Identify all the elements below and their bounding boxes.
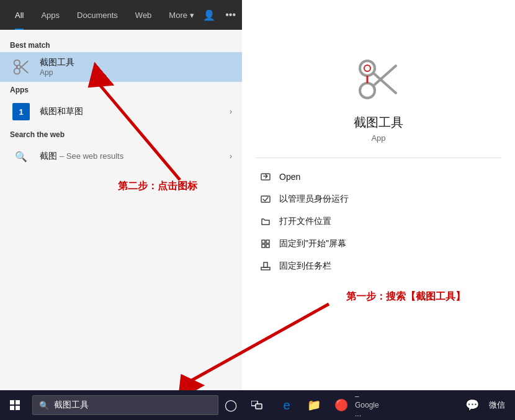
cortana-button[interactable]: ◯ — [218, 390, 243, 420]
taskbar: 🔍 截图工具 ◯ e 📁 🔴 – Google ... 💬 微信 — [0, 390, 515, 420]
web-search-item[interactable]: 🔍 截图 – See web results › — [0, 141, 242, 171]
tab-apps[interactable]: Apps — [32, 0, 68, 30]
app-large-icon — [354, 55, 403, 104]
action-open-label: Open — [279, 172, 300, 182]
apps-item-icon: 1 — [10, 101, 32, 123]
svg-rect-25 — [10, 406, 14, 410]
search-tabs: All Apps Documents Web More ▾ 👤 ••• — [0, 0, 242, 30]
action-pin-start[interactable]: 固定到"开始"屏幕 — [252, 233, 505, 255]
best-match-subtitle: App — [40, 68, 232, 77]
chrome-label: – Google ... — [355, 390, 382, 420]
svg-point-4 — [14, 68, 20, 74]
best-match-info: 截图工具 App — [40, 57, 232, 77]
svg-rect-26 — [16, 406, 20, 410]
svg-rect-19 — [262, 244, 265, 248]
web-search-arrow: › — [230, 152, 232, 161]
taskbar-app-icons: e 📁 🔴 – Google ... — [273, 390, 382, 420]
tab-web[interactable]: Web — [127, 0, 161, 30]
action-pin-start-label: 固定到"开始"屏幕 — [279, 238, 346, 249]
svg-rect-16 — [261, 196, 270, 202]
tab-more[interactable]: More ▾ — [160, 0, 202, 30]
svg-rect-22 — [264, 262, 267, 267]
taskbar-right: 💬 微信 — [460, 390, 515, 420]
taskbar-search-icon: 🔍 — [39, 401, 49, 410]
tab-all[interactable]: All — [6, 0, 32, 30]
apps-item-info: 截图和草图 — [40, 106, 230, 117]
svg-line-7 — [19, 65, 27, 73]
action-list: Open 以管理员身份运行 — [242, 166, 515, 277]
explorer-icon[interactable]: 📁 — [300, 390, 328, 420]
action-run-admin-label: 以管理员身份运行 — [279, 194, 349, 205]
web-search-title: 截图 – See web results — [40, 151, 230, 162]
web-header: Search the web — [0, 127, 242, 141]
app-detail-title: 截图工具 — [354, 114, 403, 131]
action-pin-taskbar[interactable]: 固定到任务栏 — [252, 255, 505, 277]
edge-icon[interactable]: e — [273, 390, 300, 420]
action-pin-taskbar-label: 固定到任务栏 — [279, 261, 331, 272]
svg-point-5 — [14, 60, 20, 66]
run-admin-icon — [259, 193, 272, 205]
file-location-icon — [259, 215, 272, 228]
action-file-location-label: 打开文件位置 — [279, 216, 331, 227]
magnify-icon: 🔍 — [15, 151, 27, 163]
svg-rect-17 — [262, 240, 265, 243]
svg-rect-28 — [256, 404, 262, 409]
app-detail-panel: 截图工具 App Open — [242, 30, 515, 390]
apps-header: Apps — [0, 82, 242, 97]
app-detail-type: App — [371, 133, 385, 143]
user-icon[interactable]: 👤 — [203, 9, 215, 21]
search-right-panel: 截图工具 App Open — [242, 0, 515, 390]
apps-item-jietucaotu[interactable]: 1 截图和草图 › — [0, 97, 242, 127]
search-results-list: Best match 截图工具 App — [0, 30, 242, 390]
svg-rect-24 — [16, 400, 20, 404]
tab-documents[interactable]: Documents — [68, 0, 127, 30]
web-search-info: 截图 – See web results — [40, 151, 230, 162]
action-open[interactable]: Open — [252, 166, 505, 188]
search-left-panel: All Apps Documents Web More ▾ 👤 ••• Best… — [0, 0, 242, 390]
open-icon — [259, 171, 272, 183]
wechat-icon[interactable]: 💬 — [460, 390, 484, 420]
apps-item-title: 截图和草图 — [40, 106, 230, 117]
action-run-admin[interactable]: 以管理员身份运行 — [252, 188, 505, 210]
wechat-label: 微信 — [484, 390, 510, 420]
web-search-icon-container: 🔍 — [10, 145, 32, 168]
svg-rect-23 — [10, 400, 14, 404]
best-match-icon — [10, 56, 32, 78]
svg-point-14 — [364, 65, 370, 71]
more-options-icon[interactable]: ••• — [225, 9, 236, 20]
pin-start-icon — [259, 238, 272, 250]
svg-rect-18 — [266, 240, 269, 243]
start-button[interactable] — [0, 390, 30, 420]
action-file-location[interactable]: 打开文件位置 — [252, 210, 505, 233]
panel-divider — [256, 158, 501, 158]
task-view-button[interactable] — [243, 390, 271, 420]
taskbar-search-box[interactable]: 🔍 截图工具 — [32, 395, 218, 415]
svg-rect-20 — [266, 244, 269, 248]
pin-taskbar-icon — [259, 260, 272, 272]
taskbar-search-text: 截图工具 — [54, 400, 89, 411]
svg-line-6 — [19, 61, 27, 69]
apps-item-arrow: › — [230, 107, 232, 116]
best-match-title: 截图工具 — [40, 57, 232, 68]
best-match-item[interactable]: 截图工具 App — [0, 52, 242, 82]
chrome-icon[interactable]: 🔴 — [328, 390, 355, 420]
best-match-header: Best match — [0, 37, 242, 52]
